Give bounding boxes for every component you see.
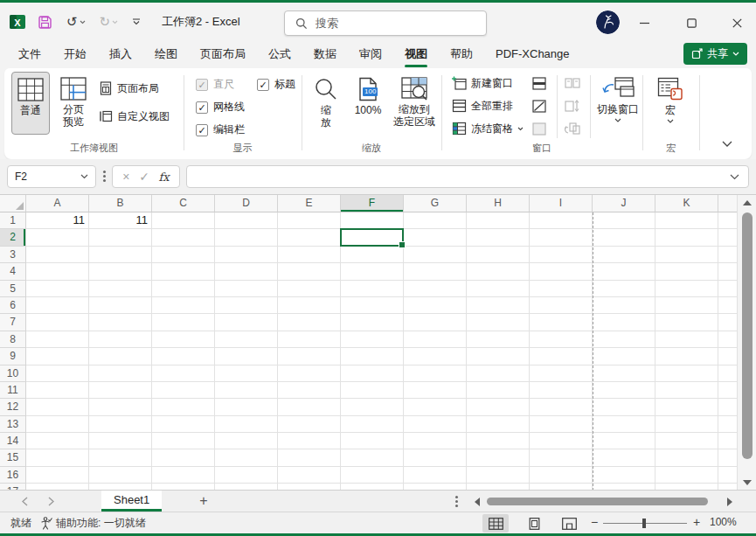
page-layout-shortcut[interactable] — [521, 514, 547, 533]
cell-A3[interactable] — [26, 247, 89, 263]
cell-G7[interactable] — [404, 314, 467, 331]
macros-button[interactable]: 宏 — [653, 72, 688, 135]
scroll-right-icon[interactable] — [727, 498, 732, 506]
cell-I13[interactable] — [530, 416, 593, 433]
cell-I1[interactable] — [530, 212, 593, 229]
cell-H3[interactable] — [467, 247, 530, 263]
sheet-tab-Sheet1[interactable]: Sheet1 — [101, 491, 162, 512]
row-header-12[interactable]: 12 — [0, 399, 26, 415]
cell-C9[interactable] — [152, 348, 215, 365]
cell-G17[interactable] — [404, 484, 467, 490]
cell-B6[interactable] — [89, 297, 152, 314]
column-header-I[interactable]: I — [530, 195, 593, 212]
cell-D14[interactable] — [215, 433, 278, 449]
cell-C14[interactable] — [152, 433, 215, 449]
cell-H7[interactable] — [467, 314, 530, 331]
cell-A12[interactable] — [26, 399, 89, 415]
cell-I11[interactable] — [530, 382, 593, 399]
cell-D1[interactable] — [215, 212, 278, 229]
cell-partial8[interactable] — [718, 331, 737, 348]
row-header-2[interactable]: 2 — [0, 229, 26, 246]
cell-C11[interactable] — [152, 382, 215, 399]
cell-F9[interactable] — [341, 348, 404, 365]
minimize-button[interactable] — [626, 5, 662, 40]
cell-B8[interactable] — [89, 331, 152, 348]
cell-G16[interactable] — [404, 467, 467, 484]
cell-F13[interactable] — [341, 416, 404, 433]
tab-开始[interactable]: 开始 — [52, 39, 98, 68]
cell-A16[interactable] — [26, 467, 89, 484]
new-window-button[interactable]: 新建窗口 — [452, 73, 513, 93]
cell-J11[interactable] — [593, 382, 655, 399]
cell-B4[interactable] — [89, 263, 152, 280]
cell-J17[interactable] — [593, 484, 655, 490]
cell-C6[interactable] — [152, 297, 215, 314]
cell-E17[interactable] — [278, 484, 341, 490]
column-header-A[interactable]: A — [26, 195, 89, 212]
enter-button[interactable]: ✓ — [139, 170, 149, 184]
cell-K13[interactable] — [655, 416, 718, 433]
column-header-H[interactable]: H — [467, 195, 530, 212]
column-header-J[interactable]: J — [593, 195, 655, 212]
search-box[interactable]: 搜索 — [284, 10, 487, 36]
row-header-4[interactable]: 4 — [0, 263, 26, 280]
cell-E15[interactable] — [278, 449, 341, 466]
cell-B12[interactable] — [89, 399, 152, 415]
cell-F12[interactable] — [341, 399, 404, 415]
row-header-17[interactable]: 17 — [0, 484, 26, 490]
row-header-6[interactable]: 6 — [0, 297, 26, 314]
row-header-8[interactable]: 8 — [0, 331, 26, 348]
cell-B3[interactable] — [89, 247, 152, 263]
headings-checkbox[interactable]: ✓ 标题 — [257, 77, 295, 92]
cell-I3[interactable] — [530, 247, 593, 263]
cell-I12[interactable] — [530, 399, 593, 415]
cell-A14[interactable] — [26, 433, 89, 449]
cell-F14[interactable] — [341, 433, 404, 449]
cell-G11[interactable] — [404, 382, 467, 399]
cell-D9[interactable] — [215, 348, 278, 365]
cell-F3[interactable] — [341, 247, 404, 263]
cell-partial2[interactable] — [718, 229, 737, 246]
cell-partial11[interactable] — [718, 382, 737, 399]
cell-H5[interactable] — [467, 281, 530, 297]
cell-D17[interactable] — [215, 484, 278, 490]
tab-绘图[interactable]: 绘图 — [143, 39, 189, 68]
cell-F10[interactable] — [341, 365, 404, 382]
cell-partial13[interactable] — [718, 416, 737, 433]
cell-K8[interactable] — [655, 331, 718, 348]
close-button[interactable] — [718, 5, 755, 40]
previous-sheet-button[interactable] — [16, 494, 33, 509]
cell-partial12[interactable] — [718, 399, 737, 415]
cell-C1[interactable] — [152, 212, 215, 229]
cell-D16[interactable] — [215, 467, 278, 484]
maximize-button[interactable] — [673, 5, 710, 40]
row-header-7[interactable]: 7 — [0, 314, 26, 331]
column-header-D[interactable]: D — [215, 195, 278, 212]
cell-F11[interactable] — [341, 382, 404, 399]
normal-view-button[interactable]: 普通 — [11, 72, 50, 135]
cell-I10[interactable] — [530, 365, 593, 382]
share-button[interactable]: 共享 — [683, 43, 747, 65]
cell-H1[interactable] — [467, 212, 530, 229]
cell-D10[interactable] — [215, 365, 278, 382]
cell-partial3[interactable] — [718, 247, 737, 263]
cell-K16[interactable] — [655, 467, 718, 484]
tab-文件[interactable]: 文件 — [7, 39, 52, 68]
row-header-16[interactable]: 16 — [0, 467, 26, 484]
cell-B13[interactable] — [89, 416, 152, 433]
cell-G5[interactable] — [404, 281, 467, 297]
cell-E8[interactable] — [278, 331, 341, 348]
save-button[interactable] — [35, 13, 55, 31]
row-header-3[interactable]: 3 — [0, 247, 26, 263]
cell-I7[interactable] — [530, 314, 593, 331]
cell-B7[interactable] — [89, 314, 152, 331]
cell-C17[interactable] — [152, 484, 215, 490]
synchronous-scrolling-button[interactable] — [562, 96, 583, 115]
cell-G8[interactable] — [404, 331, 467, 348]
cell-B17[interactable] — [89, 484, 152, 490]
freeze-panes-button[interactable]: 冻结窗格 — [452, 119, 524, 138]
cell-E13[interactable] — [278, 416, 341, 433]
cell-J7[interactable] — [593, 314, 655, 331]
cell-F16[interactable] — [341, 467, 404, 484]
cell-partial10[interactable] — [718, 365, 737, 382]
